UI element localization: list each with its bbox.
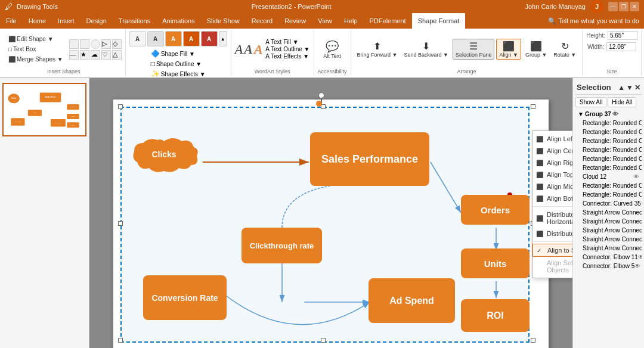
wordart-a-bold[interactable]: A <box>244 42 253 57</box>
panel-close-button[interactable]: ✕ <box>634 83 640 92</box>
bring-forward-button[interactable]: ⬆ Bring Forward ▼ <box>355 39 400 59</box>
wordart-a-colored[interactable]: A <box>254 42 262 57</box>
item-eye-6[interactable]: 👁 <box>633 173 639 180</box>
menu-align-right[interactable]: ⬛ Align Right <box>532 157 572 169</box>
menu-distribute-v[interactable]: ⬛ Distribute Vertically <box>532 228 572 240</box>
style-swatch-3[interactable]: A <box>165 31 182 46</box>
menu-align-middle[interactable]: ⬛ Align Middle <box>532 181 572 192</box>
handle-bl[interactable] <box>118 338 123 343</box>
align-button[interactable]: ⬛ Align ▼ <box>496 39 521 60</box>
shape-rect-2[interactable] <box>80 39 89 49</box>
panel-item-7[interactable]: Rectangle: Rounded Co... 👁 <box>575 181 642 190</box>
menu-align-top[interactable]: ⬛ Align Top <box>532 169 572 181</box>
item-eye-16[interactable]: 👁 <box>634 263 640 269</box>
width-input[interactable] <box>606 42 636 51</box>
panel-group-item[interactable]: ▼ Group 37 👁 <box>575 110 642 119</box>
tab-pdfelement[interactable]: PDFelement <box>364 13 412 29</box>
shape-cloud[interactable]: ☁ <box>91 50 100 60</box>
menu-align-to-slide[interactable]: ✓ Align to Slide <box>532 244 572 257</box>
panel-down-arrow[interactable]: ▼ <box>626 83 633 92</box>
tab-view[interactable]: View <box>312 13 338 29</box>
panel-item-6[interactable]: Cloud 12 👁 <box>575 172 642 181</box>
style-swatch-5[interactable]: A <box>201 31 218 46</box>
menu-align-center[interactable]: ⬛ Align Center <box>532 145 572 157</box>
tab-transitions[interactable]: Transitions <box>113 13 156 29</box>
shape-circle[interactable] <box>91 39 100 49</box>
shape-arrow[interactable]: ▷ <box>101 39 111 49</box>
show-all-button[interactable]: Show All <box>575 97 606 107</box>
tab-slideshow[interactable]: Slide Show <box>201 13 246 29</box>
text-effects-button[interactable]: A Text Effects ▼ <box>265 53 309 60</box>
edit-shape-button[interactable]: ⬛Edit Shape ▼ <box>6 35 66 44</box>
height-input[interactable] <box>608 31 637 40</box>
panel-item-2[interactable]: Rectangle: Rounded Co... 👁 <box>575 136 642 145</box>
panel-item-11[interactable]: Straight Arrow Connector... 👁 <box>575 217 642 226</box>
send-backward-button[interactable]: ⬇ Send Backward ▼ <box>401 39 450 59</box>
panel-up-arrow[interactable]: ▲ <box>618 83 625 92</box>
rotate-button[interactable]: ↻ Rotate ▼ <box>551 39 578 59</box>
group-button[interactable]: ⬛ Group ▼ <box>523 39 549 59</box>
panel-item-4[interactable]: Rectangle: Rounded Co... 👁 <box>575 154 642 163</box>
item-eye-9[interactable]: 👁 <box>641 200 642 207</box>
handle-br[interactable] <box>531 338 535 343</box>
panel-item-0[interactable]: Rectangle: Rounded Co... 👁 <box>575 119 642 128</box>
menu-align-left[interactable]: ⬛ Align Left <box>532 133 572 145</box>
menu-distribute-h[interactable]: ⬛ Distribute Horizontally <box>532 209 572 228</box>
shape-line[interactable]: — <box>69 50 79 60</box>
shape-units[interactable]: Units <box>461 248 530 278</box>
slide-canvas[interactable]: Sales Performance Clicks Clickthrough ra… <box>113 100 549 348</box>
merge-shapes-button[interactable]: ⬛Merge Shapes ▼ <box>6 55 66 64</box>
panel-item-16[interactable]: Connector: Elbow 5 👁 <box>575 262 642 271</box>
panel-item-13[interactable]: Straight Arrow Connector... 👁 <box>575 235 642 244</box>
panel-item-3[interactable]: Rectangle: Rounded Co... 👁 <box>575 145 642 154</box>
shape-tri[interactable]: △ <box>112 50 122 60</box>
shape-sales-performance[interactable]: Sales Performance <box>310 132 429 186</box>
user-avatar[interactable]: J <box>590 0 603 13</box>
panel-item-15[interactable]: Connector: Elbow 11 👁 <box>575 253 642 262</box>
selection-pane-button[interactable]: ☰ Selection Pane <box>453 39 495 60</box>
shape-diamond[interactable]: ◇ <box>112 39 122 49</box>
group-expand-icon[interactable]: ▼ <box>578 111 584 117</box>
panel-item-1[interactable]: Rectangle: Rounded Co... 👁 <box>575 128 642 136</box>
tab-help[interactable]: Help <box>338 13 364 29</box>
shape-effects-button[interactable]: ✨ Shape Effects ▼ <box>150 69 207 79</box>
panel-item-5[interactable]: Rectangle: Rounded Co... 👁 <box>575 163 642 172</box>
handle-bm[interactable] <box>321 338 326 343</box>
handle-ml[interactable] <box>118 221 123 226</box>
shape-ad-spend[interactable]: Ad Spend <box>369 278 455 323</box>
panel-item-8[interactable]: Rectangle: Rounded Co... 👁 <box>575 190 642 199</box>
tab-review[interactable]: Review <box>278 13 312 29</box>
tab-design[interactable]: Design <box>80 13 113 29</box>
close-button[interactable]: ✕ <box>630 2 639 11</box>
tab-insert[interactable]: Insert <box>52 13 80 29</box>
tab-shape-format[interactable]: Shape Format <box>412 13 466 29</box>
minimize-button[interactable]: — <box>608 2 618 11</box>
menu-align-selected-objects[interactable]: Align Selected Objects <box>532 257 572 276</box>
menu-align-bottom[interactable]: ⬛ Align Bottom <box>532 192 572 204</box>
tab-animations[interactable]: Animations <box>156 13 200 29</box>
shape-heart[interactable]: ♡ <box>101 50 111 60</box>
tab-record[interactable]: Record <box>246 13 278 29</box>
handle-tr[interactable] <box>531 104 535 109</box>
canvas-area[interactable]: Sales Performance Clicks Clickthrough ra… <box>89 78 572 348</box>
rotate-handle[interactable] <box>318 92 324 98</box>
text-outline-button[interactable]: A Text Outline ▼ <box>265 46 309 52</box>
shape-outline-button[interactable]: □ Shape Outline ▼ <box>150 59 207 69</box>
style-scroll-up[interactable]: ▲ <box>219 31 227 46</box>
shape-star[interactable]: ★ <box>80 50 89 60</box>
panel-item-14[interactable]: Straight Arrow Connector... 👁 <box>575 244 642 253</box>
text-fill-button[interactable]: A Text Fill ▼ <box>265 39 309 45</box>
handle-tl[interactable] <box>118 104 123 109</box>
tell-me-input[interactable]: 🔍 Tell me what you want to do <box>543 13 644 29</box>
shape-fill-button[interactable]: 🔷 Shape Fill ▼ <box>150 49 207 58</box>
shape-orders[interactable]: Orders <box>461 195 530 225</box>
group-eye-icon[interactable]: 👁 <box>612 111 618 117</box>
tab-home[interactable]: Home <box>23 13 52 29</box>
panel-item-10[interactable]: Straight Arrow Connector... 👁 <box>575 208 642 217</box>
hide-all-button[interactable]: Hide All <box>608 97 636 107</box>
style-swatch-2[interactable]: A <box>147 31 164 46</box>
text-box-button[interactable]: □Text Box <box>6 45 66 54</box>
shape-conversion-rate[interactable]: Conversion Rate <box>143 275 227 320</box>
style-swatch-1[interactable]: A <box>129 31 146 46</box>
wordart-a-plain[interactable]: A <box>235 42 243 57</box>
